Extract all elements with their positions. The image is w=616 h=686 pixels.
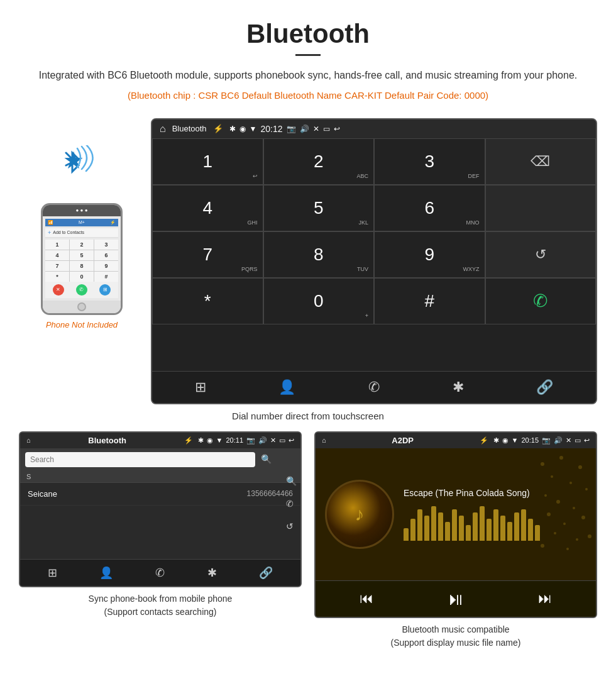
key-3[interactable]: 3DEF bbox=[374, 138, 485, 185]
nav-bt-icon[interactable]: ✱ bbox=[453, 379, 464, 396]
pb-nav-bt[interactable]: ✱ bbox=[207, 566, 217, 580]
key-5[interactable]: 5JKL bbox=[263, 185, 375, 231]
pb-nav-link[interactable]: 🔗 bbox=[259, 566, 273, 580]
music-camera-icon[interactable]: 📷 bbox=[542, 436, 551, 445]
next-track-button[interactable]: ⏭ bbox=[538, 590, 552, 607]
key-refresh[interactable]: ↺ bbox=[485, 231, 597, 278]
visualizer-bar bbox=[459, 516, 464, 541]
music-win-icon[interactable]: ▭ bbox=[575, 436, 581, 445]
visualizer-bar bbox=[487, 519, 492, 541]
pb-side-refresh-icon[interactable]: ↺ bbox=[286, 521, 297, 531]
key-7[interactable]: 7PQRS bbox=[152, 231, 263, 278]
music-home-icon[interactable]: ⌂ bbox=[322, 436, 326, 444]
phone-contact-row: + Add to Contacts bbox=[45, 228, 118, 238]
pb-win-icon[interactable]: ▭ bbox=[279, 436, 285, 445]
volume-icon[interactable]: 🔊 bbox=[300, 124, 309, 133]
svg-point-7 bbox=[556, 500, 560, 504]
visualizer-bar bbox=[438, 512, 443, 541]
pb-contact-row-seicane[interactable]: Seicane 13566664466 bbox=[20, 483, 300, 506]
music-screen: ⌂ A2DP ⚡ ✱ ◉ ▼ 20:15 📷 🔊 ✕ ▭ ↩ bbox=[314, 431, 597, 618]
pb-side-phone-icon[interactable]: ✆ bbox=[286, 499, 297, 509]
visualizer-bar bbox=[500, 516, 505, 541]
status-time: 20:12 bbox=[261, 124, 283, 134]
nav-grid-icon[interactable]: ⊞ bbox=[195, 379, 206, 396]
title-divider bbox=[295, 54, 321, 56]
pb-nav-grid[interactable]: ⊞ bbox=[48, 566, 57, 580]
window-icon[interactable]: ▭ bbox=[323, 124, 330, 133]
key-2[interactable]: 2ABC bbox=[263, 138, 375, 185]
key-call-green[interactable]: ✆ bbox=[485, 278, 597, 324]
music-close-icon[interactable]: ✕ bbox=[566, 436, 571, 445]
pb-search-icon[interactable]: 🔍 bbox=[261, 454, 272, 464]
svg-point-0 bbox=[541, 462, 544, 466]
key-backspace[interactable]: ⌫ bbox=[485, 138, 597, 185]
pb-side-icons: 🔍 ✆ ↺ bbox=[282, 471, 300, 559]
visualizer-bar bbox=[528, 519, 533, 541]
back-icon[interactable]: ↩ bbox=[334, 124, 340, 133]
svg-point-13 bbox=[576, 538, 578, 541]
key-star[interactable]: * bbox=[152, 278, 263, 324]
pb-back-icon[interactable]: ↩ bbox=[289, 436, 294, 445]
key-6[interactable]: 6MNO bbox=[374, 185, 485, 231]
bt-status-icon: ✱ bbox=[229, 124, 236, 133]
close-icon[interactable]: ✕ bbox=[313, 124, 319, 133]
nav-phone-icon[interactable]: ✆ bbox=[368, 379, 380, 396]
pb-side-search-icon[interactable]: 🔍 bbox=[286, 476, 297, 486]
music-back-icon[interactable]: ↩ bbox=[584, 436, 590, 445]
music-right-icons: ✱ ◉ ▼ 20:15 📷 🔊 ✕ ▭ ↩ bbox=[493, 436, 590, 445]
music-usb-icon: ⚡ bbox=[480, 436, 488, 445]
home-icon[interactable]: ⌂ bbox=[160, 123, 166, 135]
usb-icon: ⚡ bbox=[213, 124, 223, 133]
header-description: Integrated with BC6 Bluetooth module, su… bbox=[38, 67, 578, 84]
nav-link-icon[interactable]: 🔗 bbox=[536, 379, 553, 396]
pb-section-s: S bbox=[20, 471, 300, 483]
camera-icon[interactable]: 📷 bbox=[287, 124, 296, 133]
nav-contacts-icon[interactable]: 👤 bbox=[278, 379, 295, 396]
pb-contacts-list: S Seicane 13566664466 bbox=[20, 471, 300, 559]
visualizer-bar bbox=[431, 506, 436, 541]
visualizer-bar bbox=[507, 522, 512, 541]
dialpad-caption: Dial number direct from touchscreen bbox=[0, 411, 616, 421]
pb-search-bar: 🔍 bbox=[20, 448, 300, 471]
pb-search-input[interactable] bbox=[25, 452, 255, 467]
svg-point-3 bbox=[569, 482, 572, 484]
page-title: Bluetooth bbox=[38, 19, 578, 49]
play-pause-button[interactable]: ⏯ bbox=[447, 589, 465, 609]
key-1[interactable]: 1↩ bbox=[152, 138, 263, 185]
music-app-title: A2DP bbox=[331, 436, 475, 445]
pb-nav-phone[interactable]: ✆ bbox=[155, 566, 165, 580]
visualizer-bar bbox=[466, 525, 471, 541]
pb-camera-icon[interactable]: 📷 bbox=[246, 436, 255, 445]
pb-nav-contacts[interactable]: 👤 bbox=[99, 566, 113, 580]
bottom-row: ⌂ Bluetooth ⚡ ✱ ◉ ▼ 20:11 📷 🔊 ✕ ▭ ↩ bbox=[0, 431, 616, 650]
music-status-bar: ⌂ A2DP ⚡ ✱ ◉ ▼ 20:15 📷 🔊 ✕ ▭ ↩ bbox=[316, 433, 596, 448]
signal-icon: ▼ bbox=[250, 124, 257, 133]
prev-track-button[interactable]: ⏮ bbox=[360, 590, 373, 607]
svg-point-16 bbox=[588, 534, 591, 538]
main-section: ★ ● ● ● 📶M+⚡ + Add bbox=[0, 118, 616, 404]
key-4[interactable]: 4GHI bbox=[152, 185, 263, 231]
phone-action-row: ✕ ✆ ⊞ bbox=[45, 282, 118, 298]
pb-vol-icon[interactable]: 🔊 bbox=[258, 436, 267, 445]
visualizer-bar bbox=[417, 509, 422, 541]
visualizer-bar bbox=[493, 509, 498, 541]
visualizer-bar bbox=[514, 512, 519, 541]
key-hash[interactable]: # bbox=[374, 278, 485, 324]
music-item: ⌂ A2DP ⚡ ✱ ◉ ▼ 20:15 📷 🔊 ✕ ▭ ↩ bbox=[314, 431, 597, 650]
phone-not-included-label: Phone Not Included bbox=[46, 320, 118, 329]
pb-close-icon[interactable]: ✕ bbox=[270, 436, 276, 445]
phone-mockup: ● ● ● 📶M+⚡ + Add to Contacts 123 456 789… bbox=[41, 203, 123, 315]
key-0[interactable]: 0+ bbox=[263, 278, 375, 324]
music-album-art: ♪ bbox=[325, 480, 394, 549]
phone-screen: 📶M+⚡ + Add to Contacts 123 456 789 *0# ✕… bbox=[43, 216, 121, 301]
music-vol-icon[interactable]: 🔊 bbox=[554, 436, 563, 445]
location-icon: ◉ bbox=[239, 124, 246, 133]
key-9[interactable]: 9WXYZ bbox=[374, 231, 485, 278]
key-8[interactable]: 8TUV bbox=[263, 231, 375, 278]
pb-home-icon[interactable]: ⌂ bbox=[26, 436, 31, 444]
music-loc-icon: ◉ bbox=[502, 436, 509, 445]
pb-loc-icon: ◉ bbox=[207, 436, 213, 445]
signal-waves-svg bbox=[74, 145, 106, 177]
pb-app-title: Bluetooth bbox=[36, 436, 179, 445]
visualizer-bar bbox=[404, 528, 409, 541]
